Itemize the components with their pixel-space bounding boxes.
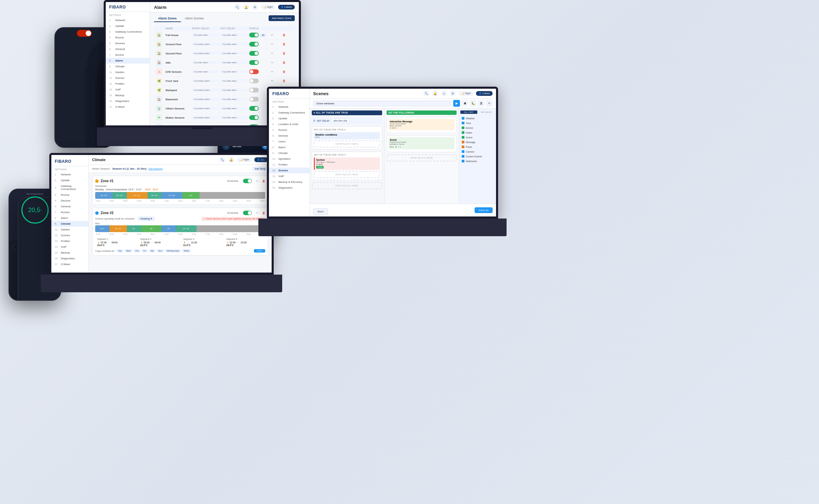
search-icon[interactable]: 🔍 — [234, 4, 240, 10]
climate-sidebar-voip[interactable]: 14.VoIP — [51, 244, 88, 250]
scenes-save-btn[interactable]: Save as — [475, 207, 493, 213]
scenes-sidebar-gateway[interactable]: 2.Gateway Connections — [269, 110, 309, 116]
climate-sidebar-backup[interactable]: 15.Backup — [51, 250, 88, 256]
sidebar-item-rooms[interactable]: 4. Rooms — [106, 35, 150, 40]
zone-edit-second[interactable]: ✏ — [271, 52, 281, 55]
scenes-sidebar-alarm[interactable]: 8.Alarm — [269, 144, 309, 150]
zone-del-ground[interactable]: 🗑 — [283, 42, 293, 46]
sidebar-item-network[interactable]: 1. Network — [106, 17, 150, 23]
zone-toggle-dw[interactable] — [249, 69, 259, 74]
action-scene[interactable]: Scene Presence at home nobody is home Ru… — [389, 137, 455, 149]
climate-zone1-del-icon[interactable]: 🗑 — [262, 179, 265, 183]
scene-name-input[interactable] — [313, 101, 451, 106]
copy-day-working[interactable]: Working days — [165, 249, 181, 253]
climate-sidebar-network[interactable]: 1.Network — [51, 172, 88, 177]
notification-icon[interactable]: 🔔 — [243, 4, 249, 10]
right-item-device[interactable]: Device — [460, 125, 495, 130]
alarm-row-groundfloor[interactable]: 🏠 Ground Floor 0 (s) before alarm 0 (s) … — [154, 40, 295, 49]
climate-sidebar-profiles[interactable]: 13.Profiles — [51, 238, 88, 244]
copy-day-wed[interactable]: Wed — [125, 249, 132, 253]
climate-sidebar-climate[interactable]: 9.Climate — [51, 221, 88, 227]
climate-sidebar-devices[interactable]: 5.Devices — [51, 198, 88, 204]
right-item-gates[interactable]: Gates — [460, 130, 495, 135]
sidebar-item-climate[interactable]: 9. Climate — [106, 64, 150, 69]
scenes-sidebar-sprinklers[interactable]: 10.Sprinklers — [269, 156, 309, 162]
zone-edit-attic[interactable]: ✏ — [271, 61, 281, 64]
sidebar-item-general[interactable]: 6. General — [106, 46, 150, 52]
condition-section[interactable]: Section All house > Windows is open Yes/… — [314, 157, 380, 170]
scenes-sidebar-diagnostics[interactable]: 15.Diagnostics — [269, 185, 309, 191]
sidebar-item-update[interactable]: 2. Update — [106, 23, 150, 29]
climate-bell-icon[interactable]: 🔔 — [228, 157, 234, 163]
night-mode-btn[interactable]: 🌙 Night — [261, 5, 275, 10]
climate-zone1-toggle[interactable] — [243, 179, 252, 183]
climate-user-btn[interactable]: 👤 Lu... — [254, 157, 268, 162]
sidebar-item-gateway[interactable]: 3. Gateway Connections — [106, 29, 150, 35]
thermostat-circle[interactable]: 20,5° — [21, 196, 49, 224]
scenes-user-btn[interactable]: 👤 Lukasz — [476, 91, 493, 96]
scenes-search-icon[interactable]: 🔍 — [423, 90, 429, 97]
zone-toggle-attic[interactable] — [249, 60, 259, 65]
climate-zone2-toggle[interactable] — [243, 211, 252, 215]
right-item-panel[interactable]: Panel — [460, 144, 495, 149]
climate-sidebar-garden[interactable]: 11.Garden — [51, 227, 88, 232]
zone-edit-frontyard[interactable]: ✏ — [271, 79, 281, 83]
scenes-sidebar-devices[interactable]: 6.Devices — [269, 133, 309, 139]
right-item-camera[interactable]: Camera — [460, 149, 495, 154]
scene-menu-btn[interactable]: ≡ — [486, 100, 493, 107]
scenes-sidebar-network[interactable]: 1.Network — [269, 104, 309, 110]
sidebar-item-backup[interactable]: 15. Backup — [106, 92, 150, 98]
zone-toggle-fullhouse[interactable] — [249, 33, 259, 37]
zone-edit-ground[interactable]: ✏ — [271, 42, 281, 46]
climate-sidebar-access[interactable]: 7.Access — [51, 209, 88, 215]
copy-day-tue[interactable]: Tue — [116, 249, 123, 253]
climate-sidebar-gateway[interactable]: 3.Gateway Connections — [51, 183, 88, 192]
scene-delete-btn[interactable]: 🗑 — [478, 100, 484, 107]
scenes-sidebar-location[interactable]: 4.Location & Units — [269, 121, 309, 127]
copy-day-sat[interactable]: Sat — [149, 249, 155, 253]
climate-sidebar-alarm[interactable]: 8.Alarm — [51, 215, 88, 221]
add-alarm-zone-btn[interactable]: Add Alarm Zone — [269, 15, 295, 21]
sidebar-item-alarm[interactable]: 8. Alarm — [106, 58, 150, 64]
right-item-weather[interactable]: Weather — [460, 116, 495, 121]
copy-day-sun[interactable]: Sun — [157, 249, 164, 253]
sidebar-item-zwave[interactable]: 17. Z-Wave — [106, 104, 150, 110]
sidebar-item-access[interactable]: 7. Access — [106, 52, 150, 58]
right-tab-set-delay[interactable]: SET DELAY — [478, 110, 495, 114]
right-item-scene[interactable]: Scene — [460, 135, 495, 140]
right-item-custom[interactable]: Custom Events — [460, 154, 495, 159]
scenes-sidebar-update[interactable]: 3.Update — [269, 116, 309, 121]
zone-toggle-basement[interactable] — [249, 97, 259, 102]
scenes-alert-icon[interactable]: ⚠ — [441, 90, 447, 97]
scenes-sidebar-climate[interactable]: 9.Climate — [269, 150, 309, 156]
zone-toggle-motion[interactable] — [249, 115, 259, 120]
condition-weather[interactable]: Weather conditions rains — [314, 132, 380, 139]
alarm-row-fullhouse[interactable]: 🏠 Full House 0 (s) after alarm 0 (s) aft… — [154, 31, 295, 40]
settings-icon[interactable]: ⚙ — [252, 4, 258, 10]
scenes-gear-icon[interactable]: ⚙ — [450, 90, 456, 97]
sidebar-item-diagnostics[interactable]: 16. Diagnostics — [106, 98, 150, 104]
climate-search-icon[interactable]: 🔍 — [219, 157, 225, 163]
climate-zone2-edit-icon[interactable]: ✏ — [256, 211, 259, 215]
climate-sidebar-scenes[interactable]: 12.Scenes — [51, 232, 88, 238]
zone-edit-fullhouse[interactable]: ✏ — [271, 33, 281, 37]
action-interactive-message[interactable]: Interactive Message Close all windows Ma… — [389, 119, 455, 130]
scenes-sidebar-backup[interactable]: 14.Backup & Recovery — [269, 179, 309, 185]
climate-sidebar-rooms[interactable]: 4.Rooms — [51, 192, 88, 198]
sidebar-item-garden[interactable]: 11. Garden — [106, 69, 150, 75]
zone-toggle-second[interactable] — [249, 51, 259, 56]
copy-day-week[interactable]: Week — [182, 249, 191, 253]
scene-stop-btn[interactable]: ⏹ — [461, 100, 468, 107]
climate-add-temp-btn[interactable]: Add Temp — [252, 167, 268, 171]
climate-edit-seasons-btn[interactable]: Edit Seasons — [149, 168, 163, 170]
zone-del-dw[interactable]: 🗑 — [283, 70, 293, 73]
alarm-row-dw[interactable]: ⚠ D/W Sensors 0 (s) after alarm 0 (s) af… — [154, 67, 295, 76]
scenes-sidebar-rooms[interactable]: 5.Rooms — [269, 127, 309, 133]
climate-night-btn[interactable]: 🌙 Night — [237, 157, 252, 162]
scene-run-btn[interactable]: ▶ — [453, 100, 460, 107]
delay-value[interactable]: 00h 00m 00s — [331, 119, 349, 123]
zone-edit-dw[interactable]: ✏ — [271, 70, 281, 73]
scenes-sidebar-voip[interactable]: 13.VoIP — [269, 173, 309, 179]
copy-day-thu[interactable]: Thu — [134, 249, 140, 253]
right-item-webhook[interactable]: Webhooks — [460, 159, 495, 163]
